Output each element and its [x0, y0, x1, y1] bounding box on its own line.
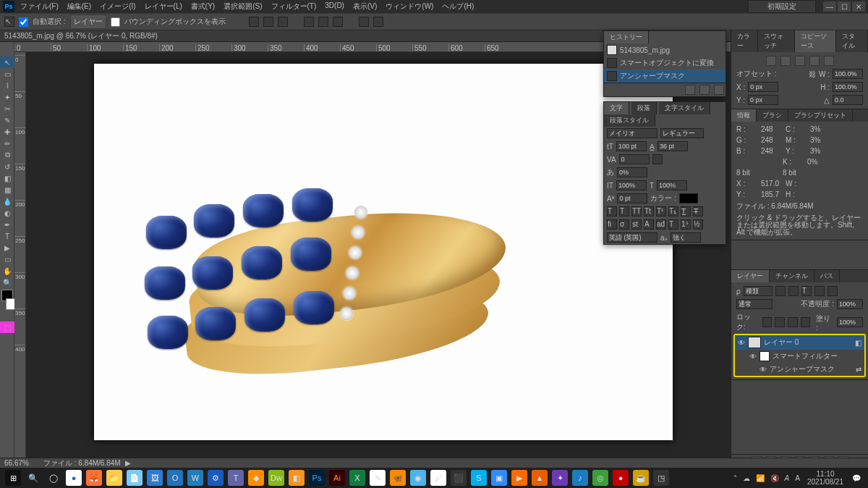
layer-name[interactable]: レイヤー 0: [764, 337, 799, 348]
pen-tool[interactable]: ✒: [0, 219, 14, 230]
app-icon[interactable]: ☕: [633, 470, 649, 486]
distribute-icon[interactable]: [333, 17, 343, 27]
blur-tool[interactable]: 💧: [0, 195, 14, 207]
wifi-icon[interactable]: 📶: [756, 474, 765, 482]
settings-icon[interactable]: ⚙: [208, 470, 224, 486]
smart-filter-row[interactable]: 👁 スマートフィルター: [735, 350, 864, 363]
zoom-icon[interactable]: ▣: [491, 470, 507, 486]
tab-brush[interactable]: ブラシ: [757, 109, 788, 122]
gradient-tool[interactable]: ▦: [0, 184, 14, 195]
tab-info[interactable]: 情報: [731, 109, 757, 122]
layer-row[interactable]: 👁 レイヤー 0 ◧: [735, 335, 864, 350]
allcaps-button[interactable]: TT: [631, 206, 642, 216]
menu-image[interactable]: イメージ(I): [100, 1, 135, 12]
tracking-input[interactable]: [619, 154, 650, 164]
bold-button[interactable]: T: [607, 206, 617, 216]
src-icon[interactable]: [795, 56, 805, 66]
app-icon[interactable]: 🖊: [430, 470, 446, 486]
layer-opacity[interactable]: [837, 299, 863, 309]
strike-button[interactable]: T̶: [693, 206, 703, 216]
text-color-swatch[interactable]: [679, 193, 698, 203]
char-tab[interactable]: 文字: [604, 102, 629, 114]
character-panel[interactable]: 文字 段落 文字スタイル 段落スタイル tT A̲ VA あ IT T Aª カ…: [603, 101, 726, 245]
ot-icon[interactable]: fi: [607, 219, 617, 230]
eraser-tool[interactable]: ◧: [0, 172, 14, 184]
w-input[interactable]: [833, 69, 863, 79]
excel-icon[interactable]: X: [349, 470, 365, 486]
min-button[interactable]: —: [823, 1, 836, 12]
baseline-input[interactable]: [617, 193, 647, 203]
menu-type[interactable]: 書式(Y): [191, 1, 215, 12]
teams-icon[interactable]: T: [228, 470, 244, 486]
font-size-input[interactable]: [616, 141, 647, 151]
app-icon[interactable]: ◆: [248, 470, 264, 486]
zoom-tool[interactable]: 🔍: [0, 277, 14, 288]
history-brush-tool[interactable]: ↺: [0, 161, 14, 172]
vscale-input[interactable]: [616, 180, 647, 190]
auto-select-checkbox[interactable]: [19, 17, 28, 27]
menu-edit[interactable]: 編集(E): [67, 1, 91, 12]
distribute-icon[interactable]: [318, 17, 328, 27]
app-icon[interactable]: ✎: [370, 470, 386, 486]
stamp-tool[interactable]: ⧉: [0, 149, 14, 161]
visibility-icon[interactable]: 👁: [738, 339, 745, 347]
tool-preset-icon[interactable]: ↖: [4, 17, 14, 27]
para-tab[interactable]: 段落: [631, 102, 657, 114]
h-input[interactable]: [833, 82, 863, 92]
cortana-icon[interactable]: ◯: [46, 470, 61, 486]
brush-tool[interactable]: ✏: [0, 138, 14, 149]
type-tool[interactable]: T: [0, 230, 14, 242]
ot-icon[interactable]: T: [668, 219, 678, 230]
filter-item-name[interactable]: アンシャープマスク: [770, 364, 835, 374]
document-canvas[interactable]: [94, 64, 673, 440]
lock-icon[interactable]: [801, 317, 811, 327]
lasso-tool[interactable]: ⌇: [0, 80, 14, 91]
filter-icon[interactable]: T: [801, 286, 812, 296]
word-icon[interactable]: W: [187, 470, 203, 486]
snapshot-icon[interactable]: [685, 85, 695, 95]
menu-3d[interactable]: 3D(D): [325, 1, 344, 12]
notification-icon[interactable]: 💬: [852, 474, 861, 482]
lock-icon[interactable]: [775, 317, 785, 327]
filter-icon[interactable]: [788, 286, 799, 296]
illustrator-icon[interactable]: Ai: [329, 470, 345, 486]
move-tool[interactable]: ↖: [0, 56, 14, 68]
volume-icon[interactable]: 🔇: [770, 474, 779, 482]
search-icon[interactable]: 🔍: [25, 470, 41, 486]
tab-paths[interactable]: パス: [814, 270, 840, 282]
tab-brushpreset[interactable]: ブラシプリセット: [788, 109, 853, 122]
ime-a-icon[interactable]: A: [785, 474, 790, 482]
menu-view[interactable]: 表示(V): [353, 1, 377, 12]
visibility-icon[interactable]: 👁: [760, 366, 767, 374]
magic-wand-tool[interactable]: ✦: [0, 91, 14, 103]
y-input[interactable]: [748, 95, 778, 105]
menu-layer[interactable]: レイヤー(L): [145, 1, 182, 12]
kerning-icon[interactable]: [652, 154, 663, 164]
3d-mode-icon[interactable]: [373, 17, 383, 27]
sublime-icon[interactable]: ◧: [289, 470, 305, 486]
visibility-icon[interactable]: 👁: [749, 353, 757, 361]
menu-filter[interactable]: フィルター(T): [271, 1, 317, 12]
app-icon[interactable]: ◉: [410, 470, 426, 486]
eyedropper-tool[interactable]: ✎: [0, 114, 14, 126]
underline-button[interactable]: T̲: [681, 206, 691, 216]
font-style-input[interactable]: [660, 128, 704, 138]
src-icon[interactable]: [766, 56, 776, 66]
align-icon[interactable]: [263, 17, 273, 27]
filter-icon[interactable]: [827, 286, 838, 296]
para-style-tab[interactable]: 段落スタイル: [604, 114, 655, 127]
music-icon[interactable]: ♪: [572, 470, 588, 486]
history-item[interactable]: アンシャープマスク: [604, 70, 726, 83]
tab-copysource[interactable]: コピーソース: [795, 30, 836, 52]
tab-channels[interactable]: チャンネル: [770, 270, 814, 282]
history-item[interactable]: スマートオブジェクトに変換: [604, 56, 726, 70]
menu-window[interactable]: ウィンドウ(W): [386, 1, 433, 12]
align-icon[interactable]: [249, 17, 259, 27]
tab-style[interactable]: スタイル: [836, 30, 868, 52]
filter-mask-thumb[interactable]: [760, 351, 770, 361]
filter-icon[interactable]: [775, 286, 786, 296]
history-root[interactable]: 5143805_m.jpg: [604, 43, 726, 56]
x-input[interactable]: [748, 82, 778, 92]
font-family-input[interactable]: [607, 128, 658, 138]
layers-panel[interactable]: レイヤー チャンネル パス ρT 不透明度 : ロック:塗り : 👁 レイヤー …: [731, 269, 868, 380]
